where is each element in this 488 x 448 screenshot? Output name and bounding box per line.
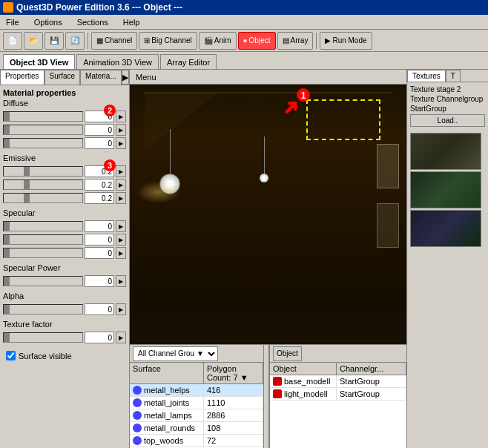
channel-group-select[interactable]: All Channel Grou ▼ xyxy=(133,346,218,361)
diffuse-input-3[interactable]: 0 xyxy=(85,137,114,149)
diffuse-slider-2[interactable] xyxy=(3,125,83,135)
texture-factor-input[interactable]: 0 xyxy=(85,332,114,343)
table-row[interactable]: metall_lamps 2886 xyxy=(130,409,263,422)
specular-power-slider[interactable] xyxy=(3,276,83,286)
specular-input-2[interactable]: 0 xyxy=(85,234,114,246)
run-mode-button[interactable]: ▶ Run Mode xyxy=(320,32,372,50)
texture-thumbnail-3[interactable] xyxy=(410,210,481,247)
diffuse-slider-1[interactable] xyxy=(3,111,83,122)
tab-object-3d-view[interactable]: Object 3D View xyxy=(3,54,75,69)
polygon-count-cell: 108 xyxy=(204,422,263,434)
left-tab-materia[interactable]: Materia... xyxy=(80,70,122,85)
table-row[interactable]: metall_rounds 108 xyxy=(130,422,263,435)
diffuse-arrow-1[interactable]: ▶ xyxy=(116,111,126,122)
texture-factor-arrow[interactable]: ▶ xyxy=(116,332,126,343)
all-channel-row: Object xyxy=(270,345,406,363)
table-row[interactable]: metall_joints 1110 xyxy=(130,397,263,409)
table-row[interactable]: metall_helps 416 xyxy=(130,384,263,397)
anim-button[interactable]: 🎬 Anim xyxy=(199,32,237,50)
specular-input-1[interactable]: 0 xyxy=(85,220,114,232)
emissive-slider-3[interactable] xyxy=(3,193,83,203)
run-icon: ▶ xyxy=(325,36,331,45)
surface-table: Surface Polygon Count: 7 ▼ metall_helps … xyxy=(130,363,263,448)
ceiling-left xyxy=(145,92,219,151)
object-name-cell: light_modell xyxy=(270,388,337,400)
panel-divider[interactable] xyxy=(263,345,269,448)
badge-2: 2 xyxy=(104,105,116,116)
array-button[interactable]: ▤ Array xyxy=(277,32,314,50)
object-row-2[interactable]: light_modell StartGroup xyxy=(270,388,406,401)
alpha-arrow[interactable]: ▶ xyxy=(116,303,126,315)
specular-section: Specular 0 ▶ 0 ▶ 0 ▶ xyxy=(3,208,126,259)
emissive-slider-2[interactable] xyxy=(3,179,83,190)
alpha-input[interactable]: 0 xyxy=(85,303,114,315)
specular-power-row: 0 ▶ xyxy=(3,275,126,287)
table-row[interactable]: top_woods 72 xyxy=(130,435,263,447)
scene-background: ➜ 1 xyxy=(130,85,406,344)
specular-row-2: 0 ▶ xyxy=(3,234,126,246)
big-channel-button[interactable]: ⊞ Big Channel xyxy=(139,32,197,50)
left-tab-arrow[interactable]: ▶ xyxy=(122,70,129,85)
tab-animation-3d-view[interactable]: Animation 3D View xyxy=(76,54,159,69)
menu-sections[interactable]: Sections xyxy=(73,17,113,27)
specular-arrow-1[interactable]: ▶ xyxy=(116,220,126,232)
channel-button[interactable]: ▦ Channel xyxy=(91,32,137,50)
surface-icon-1 xyxy=(133,386,142,395)
surface-icon-3 xyxy=(133,411,142,420)
specular-power-input[interactable]: 0 xyxy=(85,275,114,287)
emissive-slider-1[interactable] xyxy=(3,166,83,177)
diffuse-arrow-3[interactable]: ▶ xyxy=(116,137,126,149)
texture-thumbnail-1[interactable] xyxy=(410,133,481,170)
specular-arrow-3[interactable]: ▶ xyxy=(116,247,126,259)
all-button[interactable]: Object xyxy=(273,346,302,361)
specular-slider-2[interactable] xyxy=(3,234,83,245)
polygon-count-cell: 1110 xyxy=(204,397,263,409)
right-tab-textures[interactable]: Textures xyxy=(407,70,446,82)
diffuse-input-2[interactable]: 0 xyxy=(85,124,114,136)
texture-thumbnail-2[interactable] xyxy=(410,171,481,208)
specular-power-section: Specular Power 0 ▶ xyxy=(3,263,126,287)
right-tab-t[interactable]: T xyxy=(446,70,461,82)
diffuse-arrow-2[interactable]: ▶ xyxy=(116,124,126,136)
save-button[interactable]: 💾 xyxy=(44,32,64,50)
alpha-slider[interactable] xyxy=(3,304,83,314)
channel-col-header: Channelgr... xyxy=(337,363,406,375)
specular-slider-1[interactable] xyxy=(3,221,83,231)
emissive-arrow-2[interactable]: ▶ xyxy=(116,179,126,191)
specular-power-arrow[interactable]: ▶ xyxy=(116,275,126,287)
emissive-arrow-3[interactable]: ▶ xyxy=(116,192,126,204)
object-button[interactable]: ● Object xyxy=(238,32,276,50)
specular-arrow-2[interactable]: ▶ xyxy=(116,234,126,246)
alpha-row: 0 ▶ xyxy=(3,303,126,315)
specular-input-3[interactable]: 0 xyxy=(85,247,114,259)
surface-name-cell: metall_helps xyxy=(130,384,204,396)
open-button[interactable]: 📂 xyxy=(24,32,43,50)
surface-name-cell: metall_rounds xyxy=(130,422,204,434)
emissive-arrow-1[interactable]: ▶ xyxy=(116,165,126,177)
left-tab-properties[interactable]: Properties xyxy=(0,70,44,85)
window-right-2 xyxy=(377,203,399,248)
object-row-1[interactable]: base_modell StartGroup xyxy=(270,375,406,388)
emissive-input-3[interactable]: 0.2 xyxy=(85,192,114,204)
load-button[interactable]: Load.. xyxy=(410,114,485,127)
new-icon: 📄 xyxy=(8,36,17,45)
diffuse-slider-3[interactable] xyxy=(3,138,83,148)
menu-file[interactable]: File xyxy=(1,17,24,27)
surface-visible-checkbox[interactable] xyxy=(6,351,16,360)
menu-help[interactable]: Help xyxy=(119,17,145,27)
selection-box xyxy=(306,99,380,140)
tab-array-editor[interactable]: Array Editor xyxy=(160,54,217,69)
refresh-button[interactable]: 🔄 xyxy=(65,32,85,50)
diffuse-row-2: 0 ▶ xyxy=(3,124,126,136)
emissive-input-2[interactable]: 0.2 xyxy=(85,179,114,191)
object-group-cell: StartGroup xyxy=(337,375,406,387)
specular-slider-3[interactable] xyxy=(3,248,83,258)
specular-power-label: Specular Power xyxy=(3,263,126,272)
left-tab-surface[interactable]: Surface xyxy=(44,70,80,85)
new-button[interactable]: 📄 xyxy=(3,32,22,50)
anim-icon: 🎬 xyxy=(204,36,213,45)
viewport-menu-label[interactable]: Menu xyxy=(136,73,156,82)
array-icon: ▤ xyxy=(283,36,289,45)
texture-factor-slider[interactable] xyxy=(3,332,83,343)
menu-options[interactable]: Options xyxy=(30,17,67,27)
